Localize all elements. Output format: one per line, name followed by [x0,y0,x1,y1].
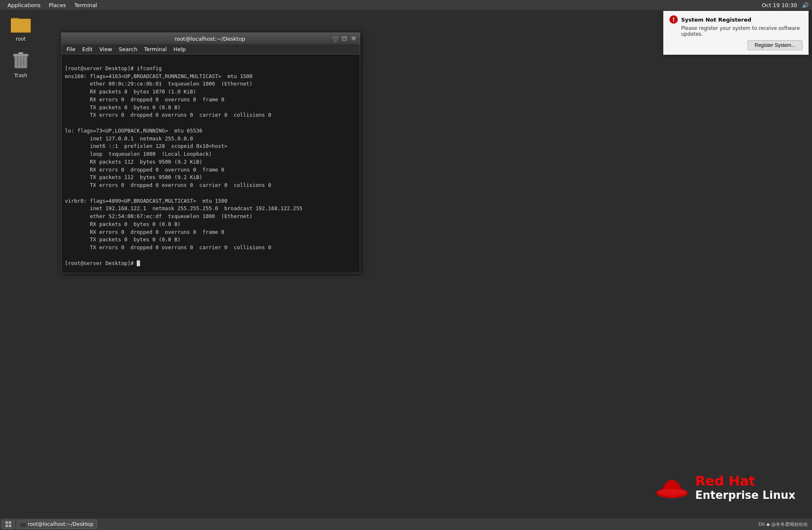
top-panel-right: Oct 19 10:30 🔊 [762,2,809,8]
notification-body: Please register your system to receive s… [681,25,802,37]
terminal-title: root@localhost:~/Desktop [89,36,331,42]
terminal-window: root@localhost:~/Desktop _ □ ✕ File Edit… [61,32,360,273]
taskbar-right-text: DII ◆ @冬冬爱喝娃哈哈 [759,521,808,528]
terminal-menubar: File Edit View Search Terminal Help [62,44,360,54]
taskbar-right: DII ◆ @冬冬爱喝娃哈哈 [759,521,810,528]
svg-rect-19 [20,521,26,523]
redhat-hat-icon [655,470,689,505]
terminal-titlebar: root@localhost:~/Desktop _ □ ✕ [62,33,360,44]
menu-terminal[interactable]: Terminal [70,1,101,9]
trash-icon-label: Trash [13,72,29,79]
svg-point-13 [658,489,686,496]
desktop-icon-trash[interactable]: Trash [4,49,37,81]
menu-applications[interactable]: Applications [3,1,44,9]
datetime: Oct 19 10:30 [762,2,797,8]
notification-title: System Not Registered [681,17,751,23]
term-menu-terminal[interactable]: Terminal [140,45,170,53]
svg-rect-17 [9,525,11,527]
desktop-icon-root[interactable]: root [4,12,37,44]
notification-popup: ! System Not Registered Please register … [663,11,809,55]
taskbar-window-label: root@localhost:~/Desktop [28,521,94,527]
term-menu-file[interactable]: File [63,45,79,53]
svg-rect-3 [11,19,30,32]
term-menu-help[interactable]: Help [170,45,189,53]
notification-header: ! System Not Registered [669,15,802,24]
menu-places[interactable]: Places [44,1,70,9]
register-system-button[interactable]: Register System... [748,40,802,50]
minimize-button[interactable]: _ [332,35,339,42]
trash-icon [11,51,31,71]
folder-icon [11,14,31,34]
svg-rect-14 [5,521,8,524]
top-panel-left: Applications Places Terminal [3,1,101,9]
term-menu-search[interactable]: Search [116,45,141,53]
window-btns-right: _ □ ✕ [331,35,357,42]
notification-action: Register System... [669,40,802,50]
top-panel: Applications Places Terminal Oct 19 10:3… [0,0,812,10]
redhat-product: Enterprise Linux [695,489,795,501]
term-menu-view[interactable]: View [96,45,116,53]
close-button[interactable]: ✕ [350,35,357,42]
volume-icon[interactable]: 🔊 [802,2,809,8]
root-icon-label: root [15,36,27,42]
redhat-text: Red Hat Enterprise Linux [695,474,795,501]
maximize-button[interactable]: □ [341,35,348,42]
svg-rect-16 [5,525,8,527]
taskbar: root@localhost:~/Desktop DII ◆ @冬冬爱喝娃哈哈 [0,518,812,530]
redhat-logo: Red Hat Enterprise Linux [655,470,795,505]
redhat-name: Red Hat [695,474,795,488]
svg-rect-15 [9,521,11,524]
taskbar-terminal-window[interactable]: root@localhost:~/Desktop [17,520,97,529]
notification-icon: ! [669,15,678,24]
taskbar-show-desktop[interactable] [2,520,15,529]
term-menu-edit[interactable]: Edit [79,45,96,53]
svg-rect-6 [18,52,23,54]
terminal-content[interactable]: [root@server Desktop]# ifconfig ens160: … [62,54,360,273]
